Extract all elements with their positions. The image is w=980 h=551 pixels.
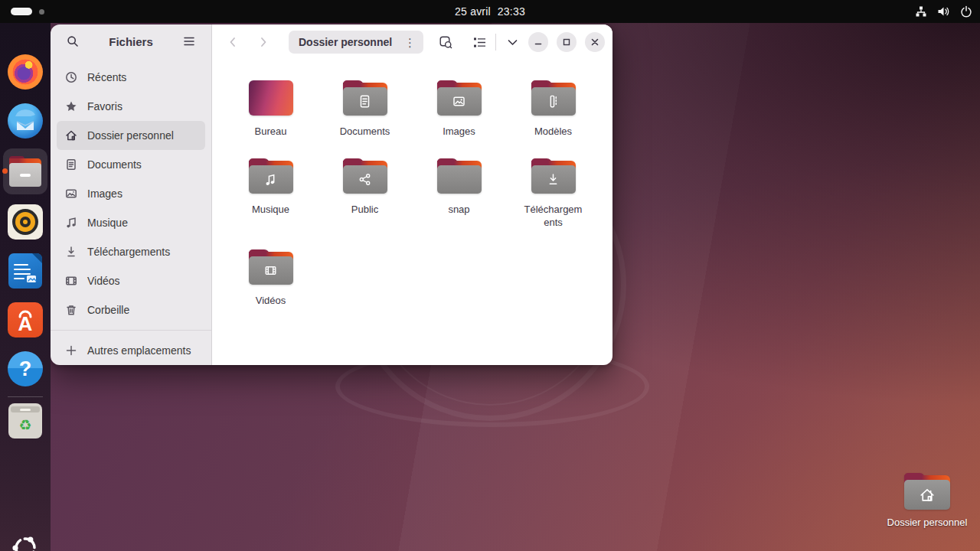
search-current-folder-button[interactable] <box>434 31 457 54</box>
location-menu-kebab-icon[interactable]: ⋮ <box>401 37 419 48</box>
minimize-button[interactable] <box>528 32 548 52</box>
file-item-snap[interactable]: snap <box>412 158 506 230</box>
film-icon <box>263 262 279 279</box>
chevron-down-icon <box>508 39 518 46</box>
home-icon <box>65 129 77 142</box>
sidebar-places-list: Récents Favoris Dossier personnel Docume… <box>51 58 211 365</box>
dock-item-show-apps[interactable] <box>7 530 44 551</box>
file-name: Vidéos <box>256 294 286 308</box>
document-icon <box>357 93 373 109</box>
file-item-telechargements[interactable]: Téléchargements <box>506 158 600 230</box>
chevron-right-icon <box>258 37 269 47</box>
file-item-musique[interactable]: Musique <box>224 158 318 230</box>
maximize-button[interactable] <box>557 32 577 52</box>
sidebar-item-label: Vidéos <box>87 275 120 287</box>
power-icon <box>960 5 972 18</box>
thunderbird-icon <box>8 103 43 139</box>
maximize-icon <box>563 38 570 46</box>
sidebar-item-label: Autres emplacements <box>87 344 191 357</box>
folder-search-icon <box>439 35 452 49</box>
file-item-videos[interactable]: Vidéos <box>224 249 318 308</box>
file-grid: Bureau Documents <box>212 60 612 307</box>
main-menu-button[interactable] <box>178 30 201 53</box>
sidebar-item-label: Dossier personnel <box>87 129 174 142</box>
hamburger-menu-icon <box>183 36 195 47</box>
sidebar-item-other-locations[interactable]: Autres emplacements <box>57 336 205 365</box>
dock-item-thunderbird[interactable] <box>7 103 44 139</box>
libreoffice-writer-icon <box>8 253 42 289</box>
file-name: Téléchargements <box>523 203 584 230</box>
minimize-icon <box>534 38 542 46</box>
search-icon <box>67 35 79 47</box>
dock-item-trash[interactable]: ♻ <box>7 403 44 439</box>
dock-item-libreoffice-writer[interactable] <box>7 253 44 289</box>
dock-item-files[interactable] <box>7 153 44 190</box>
sidebar-item-downloads[interactable]: Téléchargements <box>57 237 205 266</box>
home-icon <box>918 486 936 504</box>
system-status-area[interactable] <box>915 0 972 23</box>
chevron-left-icon <box>227 37 238 47</box>
file-item-public[interactable]: Public <box>318 158 412 230</box>
sidebar-item-label: Corbeille <box>87 304 129 316</box>
dock: A ? ♻ <box>0 23 51 551</box>
trash-bin-icon: ♻ <box>8 403 42 439</box>
forward-button[interactable] <box>252 31 275 54</box>
dock-item-firefox[interactable] <box>7 54 44 90</box>
close-button[interactable] <box>585 32 605 52</box>
dock-item-ubuntu-software[interactable]: A <box>7 302 44 338</box>
headerbar: Dossier personnel ⋮ <box>212 24 612 60</box>
file-item-documents[interactable]: Documents <box>318 80 412 139</box>
download-icon <box>65 246 77 258</box>
list-view-toggle-button[interactable] <box>468 31 491 54</box>
music-folder-icon <box>249 158 293 194</box>
clock[interactable]: 25 avril23:33 <box>0 5 980 18</box>
dock-item-rhythmbox[interactable] <box>7 204 44 240</box>
headerbar-separator <box>495 34 496 51</box>
files-window: Fichiers Récents Favoris <box>51 24 612 365</box>
sidebar-item-videos[interactable]: Vidéos <box>57 266 205 295</box>
path-bar-button[interactable]: Dossier personnel ⋮ <box>289 31 423 54</box>
view-options-button[interactable] <box>501 31 524 54</box>
app-title: Fichiers <box>84 35 178 48</box>
sidebar-item-music[interactable]: Musique <box>57 208 205 237</box>
ubuntu-logo-icon <box>10 533 41 551</box>
search-button[interactable] <box>61 30 84 53</box>
sidebar-item-starred[interactable]: Favoris <box>57 92 205 121</box>
sidebar-item-recents[interactable]: Récents <box>57 63 205 92</box>
files-content: Dossier personnel ⋮ <box>212 24 612 365</box>
current-location-label: Dossier personnel <box>299 36 401 48</box>
file-item-modeles[interactable]: Modèles <box>506 80 600 139</box>
file-name: Bureau <box>255 125 287 139</box>
sidebar-item-documents[interactable]: Documents <box>57 150 205 179</box>
home-folder-icon <box>904 473 950 510</box>
template-icon <box>545 93 561 109</box>
close-icon <box>591 38 599 46</box>
desktop-home-shortcut[interactable]: Dossier personnel <box>877 473 977 528</box>
back-button[interactable] <box>221 31 244 54</box>
desktop-wallpaper-folder-icon <box>249 80 293 116</box>
plain-folder-icon <box>437 158 482 194</box>
star-icon <box>65 100 77 112</box>
trash-icon <box>65 304 77 316</box>
list-view-icon <box>473 37 486 48</box>
music-icon <box>65 217 77 229</box>
network-wired-icon <box>915 5 927 18</box>
documents-folder-icon <box>343 80 387 116</box>
templates-folder-icon <box>531 80 576 116</box>
dock-item-help[interactable]: ? <box>7 350 44 387</box>
image-icon <box>451 93 467 109</box>
sidebar-item-pictures[interactable]: Images <box>57 179 205 208</box>
file-item-images[interactable]: Images <box>412 80 506 139</box>
film-icon <box>65 275 77 287</box>
sidebar-item-label: Téléchargements <box>87 246 170 258</box>
sidebar-item-label: Favoris <box>87 100 122 112</box>
sidebar-item-home[interactable]: Dossier personnel <box>57 121 205 150</box>
volume-icon <box>937 5 950 18</box>
files-sidebar: Fichiers Récents Favoris <box>51 24 212 365</box>
file-item-bureau[interactable]: Bureau <box>224 80 318 139</box>
sidebar-item-trash[interactable]: Corbeille <box>57 295 205 324</box>
file-name: Public <box>351 203 378 217</box>
file-name: snap <box>448 203 469 217</box>
window-controls <box>528 32 605 52</box>
share-icon <box>357 171 373 187</box>
